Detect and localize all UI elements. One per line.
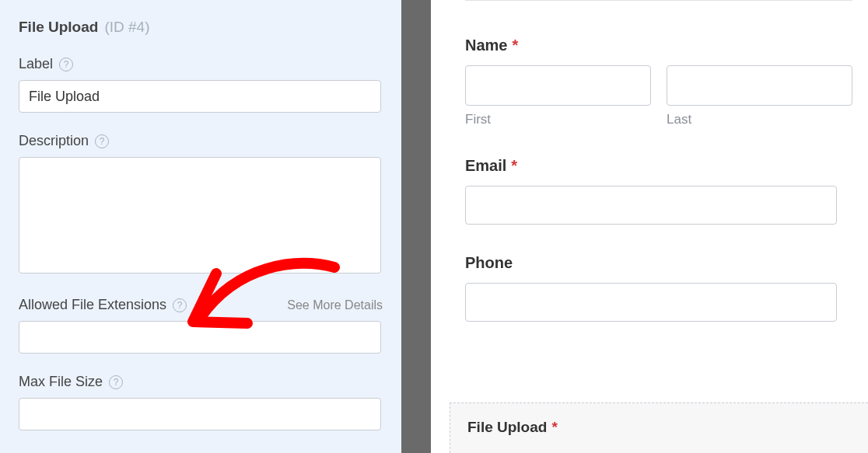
help-icon[interactable]: ?	[109, 375, 123, 389]
label-input[interactable]	[19, 80, 381, 113]
name-label: Name	[465, 37, 507, 54]
email-field: Email*	[465, 157, 852, 225]
panel-title: File Upload	[19, 19, 98, 36]
file-upload-label: File Upload	[467, 419, 547, 435]
max-file-size-label: Max File Size	[19, 374, 103, 390]
phone-label: Phone	[465, 254, 513, 271]
description-field-label: Description	[19, 133, 89, 149]
allowed-extensions-input[interactable]	[19, 321, 381, 354]
label-field-label: Label	[19, 56, 53, 72]
description-input[interactable]	[19, 157, 381, 274]
panel-header: File Upload (ID #4)	[19, 19, 383, 36]
last-name-input[interactable]	[667, 65, 852, 106]
first-sublabel: First	[465, 112, 651, 127]
name-field: Name* First Last	[465, 37, 852, 127]
form-preview-panel: Name* First Last Email* Phone File Uploa…	[431, 0, 868, 453]
email-label: Email	[465, 157, 506, 174]
label-field-block: Label ?	[19, 56, 383, 113]
email-input[interactable]	[465, 186, 837, 225]
horizontal-rule	[465, 0, 852, 1]
max-file-size-block: Max File Size ?	[19, 374, 383, 430]
phone-input[interactable]	[465, 283, 837, 322]
first-name-input[interactable]	[465, 65, 651, 106]
description-field-block: Description ?	[19, 133, 383, 277]
see-more-details-link[interactable]: See More Details	[287, 298, 383, 312]
allowed-extensions-block: Allowed File Extensions ? See More Detai…	[19, 297, 383, 354]
required-star-icon: *	[511, 157, 517, 174]
file-upload-field[interactable]: File Upload*	[450, 402, 868, 453]
help-icon[interactable]: ?	[173, 298, 187, 312]
allowed-extensions-label: Allowed File Extensions	[19, 297, 166, 313]
field-settings-panel: File Upload (ID #4) Label ? Description …	[0, 0, 401, 453]
max-file-size-input[interactable]	[19, 398, 381, 430]
panel-id: (ID #4)	[104, 19, 149, 36]
required-star-icon: *	[551, 419, 557, 435]
phone-field: Phone	[465, 254, 852, 322]
panel-divider	[401, 0, 431, 453]
help-icon[interactable]: ?	[59, 57, 73, 71]
help-icon[interactable]: ?	[95, 134, 109, 148]
required-star-icon: *	[512, 37, 518, 54]
last-sublabel: Last	[667, 112, 852, 127]
